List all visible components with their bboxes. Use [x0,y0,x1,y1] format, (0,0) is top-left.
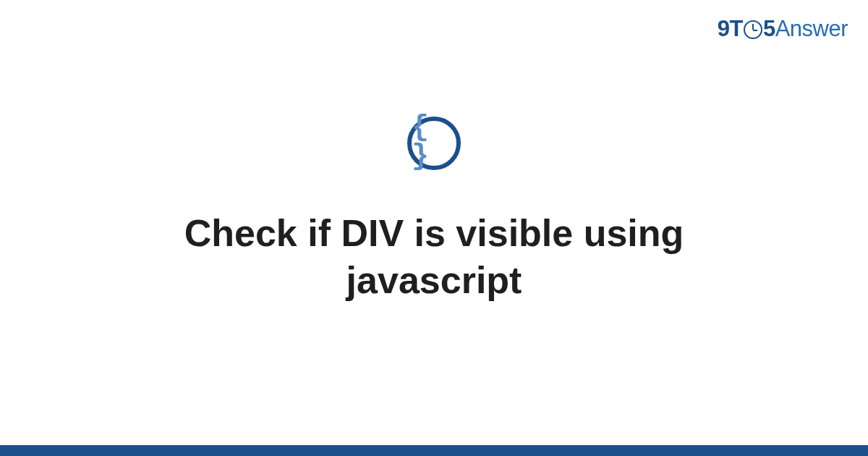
main-content: { } Check if DIV is visible using javasc… [0,0,868,445]
category-badge: { } [407,117,461,170]
code-braces-icon: { } [412,114,456,172]
page-title: Check if DIV is visible using javascript [101,210,767,304]
footer-accent-bar [0,445,868,456]
